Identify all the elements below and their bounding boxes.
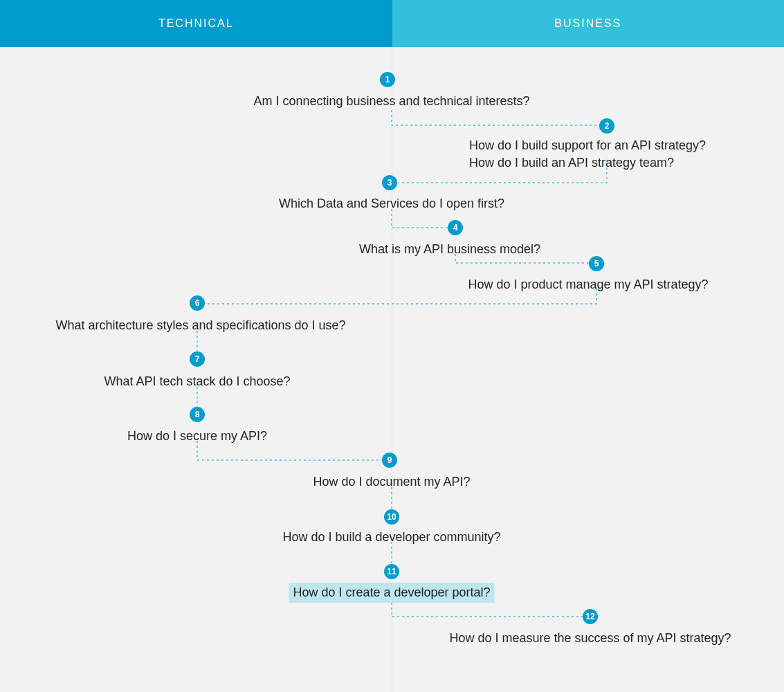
node-badge-11: 11 bbox=[384, 564, 399, 579]
diagram-canvas: 1 Am I connecting business and technical… bbox=[0, 47, 784, 692]
node-text-5: How do I product manage my API strategy? bbox=[464, 275, 712, 295]
node-badge-5: 5 bbox=[589, 256, 604, 271]
node-text-7: What API tech stack do I choose? bbox=[100, 372, 294, 392]
node-number-1: 1 bbox=[385, 75, 390, 84]
node-badge-7: 7 bbox=[190, 352, 205, 367]
node-number-6: 6 bbox=[195, 298, 200, 308]
node-text-6: What architecture styles and specificati… bbox=[51, 316, 349, 336]
node-number-2: 2 bbox=[605, 121, 610, 131]
node-text-3: Which Data and Services do I open first? bbox=[275, 194, 509, 214]
node-text-12: How do I measure the success of my API s… bbox=[445, 628, 735, 648]
header-business-label: BUSINESS bbox=[554, 17, 621, 30]
node-text-10: How do I build a developer community? bbox=[278, 527, 504, 547]
node-text-8: How do I secure my API? bbox=[123, 426, 271, 446]
node-number-7: 7 bbox=[195, 354, 200, 364]
node-badge-10: 10 bbox=[384, 509, 399, 525]
node-badge-1: 1 bbox=[380, 72, 395, 87]
node-text-1: Am I connecting business and technical i… bbox=[249, 91, 534, 111]
node-text-11: How do I create a developer portal? bbox=[289, 583, 494, 603]
header-technical: TECHNICAL bbox=[0, 0, 392, 47]
node-number-10: 10 bbox=[387, 512, 396, 522]
node-number-3: 3 bbox=[388, 178, 392, 188]
node-badge-4: 4 bbox=[448, 220, 463, 235]
node-number-4: 4 bbox=[453, 223, 458, 233]
node-number-5: 5 bbox=[594, 259, 599, 268]
header-technical-label: TECHNICAL bbox=[158, 17, 234, 30]
node-badge-6: 6 bbox=[190, 295, 205, 311]
header: TECHNICAL BUSINESS bbox=[0, 0, 784, 47]
header-business: BUSINESS bbox=[392, 0, 785, 47]
node-text-9: How do I document my API? bbox=[309, 472, 474, 492]
node-badge-8: 8 bbox=[190, 407, 205, 422]
node-number-11: 11 bbox=[387, 567, 396, 576]
node-text-4: What is my API business model? bbox=[355, 239, 545, 260]
node-number-9: 9 bbox=[388, 455, 392, 465]
node-badge-3: 3 bbox=[382, 175, 397, 190]
node-badge-2: 2 bbox=[599, 118, 614, 134]
node-text-2: How do I build support for an API strate… bbox=[465, 136, 710, 173]
node-badge-9: 9 bbox=[382, 453, 397, 468]
node-badge-12: 12 bbox=[583, 609, 598, 624]
node-number-8: 8 bbox=[195, 410, 200, 419]
node-number-12: 12 bbox=[585, 612, 594, 621]
